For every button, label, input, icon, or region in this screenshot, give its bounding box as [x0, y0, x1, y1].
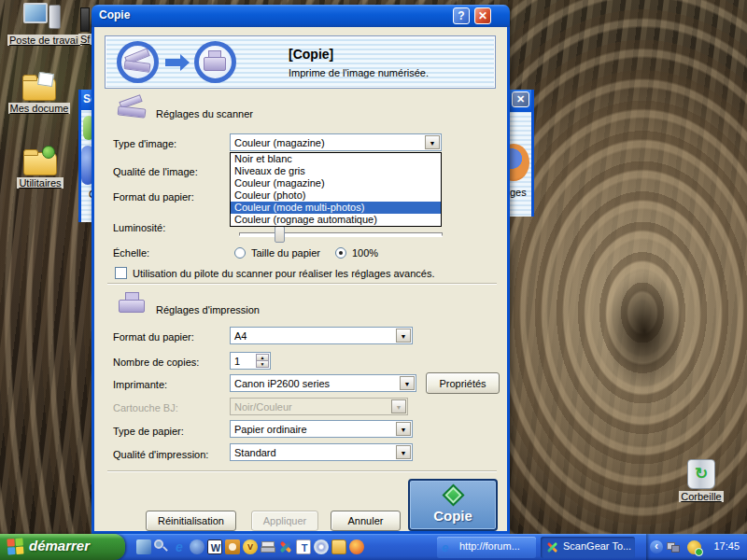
combo-arrow-icon[interactable]: ▼: [396, 445, 411, 459]
dropdown-option[interactable]: Couleur (magazine): [231, 177, 441, 189]
scan-paper-label: Format du papier:: [113, 191, 194, 203]
utilities-folder-icon: [23, 149, 57, 175]
cartridge-combo-disabled: Noir/Couleur ▼: [230, 398, 408, 415]
printer-icon: [117, 292, 148, 316]
paper-type-combo[interactable]: Papier ordinaire ▼: [230, 420, 413, 438]
quicklaunch-text-editor-icon[interactable]: T: [296, 539, 311, 554]
print-section-title: Réglages d'impression: [156, 304, 260, 315]
copies-label: Nombre de copies:: [113, 357, 199, 368]
scanner-icon: [117, 98, 148, 120]
reset-button[interactable]: Réinitialisation: [146, 511, 236, 531]
image-type-combo[interactable]: Couleur (magazine) ▼: [230, 133, 442, 151]
banner-title: [Copie]: [289, 47, 333, 62]
quicklaunch-internet-explorer-icon[interactable]: e: [172, 539, 187, 554]
print-paper-combo[interactable]: A4 ▼: [230, 327, 413, 344]
image-type-value: Couleur (magazine): [234, 137, 325, 148]
printer-circle-icon: [194, 41, 236, 83]
desktop-icon-label: Poste de travail: [7, 35, 82, 46]
quicklaunch-messenger-icon[interactable]: [190, 539, 204, 554]
header-banner: [Copie] Imprime de l'image numérisée.: [105, 35, 496, 89]
scale-100-radio[interactable]: [335, 247, 346, 259]
tray-chevron-icon[interactable]: ‹: [650, 540, 663, 553]
tray-update-icon[interactable]: [687, 540, 701, 554]
paper-type-label: Type de papier:: [113, 426, 184, 437]
dialog-titlebar[interactable]: Copie ? ✕: [92, 5, 510, 27]
scangear-titlebar[interactable]: ✕: [509, 90, 531, 112]
printer-combo[interactable]: Canon iP2600 series ▼: [230, 374, 416, 392]
quicklaunch-word-icon[interactable]: W: [207, 539, 222, 554]
copies-spinner[interactable]: 1 ▲ ▼: [230, 352, 271, 370]
quicklaunch-printer-icon[interactable]: [261, 539, 275, 554]
combo-arrow-icon[interactable]: ▼: [396, 422, 411, 436]
dropdown-option[interactable]: Couleur (photo): [231, 189, 441, 202]
copy-diamond-icon: [442, 483, 464, 506]
desktop-icon-label: Utilitaires: [17, 177, 63, 189]
quicklaunch-image-viewer-icon[interactable]: [225, 539, 240, 554]
close-button[interactable]: ✕: [474, 7, 491, 24]
dialog-body: [Copie] Imprime de l'image numérisée. Ré…: [92, 27, 510, 534]
recycle-bin-icon: ↻: [687, 459, 715, 489]
internet-explorer-icon: e: [442, 540, 456, 554]
print-paper-value: A4: [234, 330, 247, 342]
brightness-slider-groove: [239, 232, 443, 236]
image-quality-label: Qualité de l'image:: [113, 166, 198, 177]
quicklaunch-scangear-icon[interactable]: [278, 539, 293, 554]
scangear-window-right-edge: ✕ ges: [509, 90, 534, 217]
banner-subtitle: Imprime de l'image numérisée.: [289, 67, 429, 78]
section-divider: [107, 470, 497, 472]
cancel-button[interactable]: Annuler: [331, 511, 401, 531]
desktop-icon-label: Mes docume: [8, 103, 71, 114]
printer-value: Canon iP2600 series: [234, 378, 330, 389]
scangear-close-button[interactable]: ✕: [512, 91, 529, 107]
image-type-dropdown: Noir et blanc Niveaux de gris Couleur (m…: [230, 152, 442, 227]
desktop-icon-label: Corbeille: [679, 491, 723, 502]
quicklaunch-cd-icon[interactable]: [314, 539, 329, 554]
quicklaunch-notes-icon[interactable]: [136, 539, 151, 554]
quicklaunch-media-player-icon[interactable]: [349, 539, 364, 554]
combo-arrow-icon: ▼: [391, 399, 406, 413]
scangear-icon: [545, 540, 559, 554]
advanced-driver-checkbox[interactable]: [115, 267, 127, 279]
dropdown-option[interactable]: Niveaux de gris: [231, 165, 441, 177]
brightness-slider-thumb[interactable]: [275, 226, 285, 243]
taskbar-button-scangear[interactable]: ScanGear To...: [541, 537, 635, 558]
desktop-icon-my-documents[interactable]: Mes docume: [5, 75, 74, 114]
taskbar-clock[interactable]: 17:45: [713, 540, 740, 552]
documents-folder-icon: [22, 75, 56, 101]
dropdown-option[interactable]: Couleur (rognage automatique): [231, 214, 441, 226]
print-quality-combo[interactable]: Standard ▼: [230, 443, 413, 461]
image-type-label: Type d'image:: [113, 138, 176, 149]
quicklaunch-folder-icon[interactable]: [331, 539, 346, 554]
scangear-label-fragment: ges: [510, 187, 527, 198]
copy-dialog: Copie ? ✕ [Copie] Imprime de l'image num…: [92, 5, 510, 534]
spin-down-icon[interactable]: ▼: [256, 360, 269, 368]
section-divider: [107, 283, 497, 285]
print-quality-value: Standard: [234, 447, 276, 458]
combo-arrow-icon[interactable]: ▼: [396, 329, 411, 343]
combo-arrow-icon[interactable]: ▼: [425, 135, 440, 149]
dropdown-option-highlighted[interactable]: Couleur (mode multi-photos): [231, 202, 441, 214]
combo-arrow-icon[interactable]: ▼: [400, 376, 415, 390]
tray-network-icon[interactable]: [667, 540, 681, 553]
arrow-icon: [165, 59, 180, 66]
desktop-icon-partial[interactable]: Sf: [78, 7, 92, 45]
print-paper-label: Format du papier:: [113, 331, 194, 343]
cartridge-label: Cartouche BJ:: [113, 402, 178, 413]
scale-label: Échelle:: [113, 247, 149, 259]
quicklaunch-antivirus-icon[interactable]: V: [243, 539, 258, 554]
desktop-icon-recycle-bin[interactable]: ↻ Corbeille: [674, 459, 728, 502]
print-quality-label: Qualité d'impression:: [113, 449, 208, 460]
quicklaunch-search-icon[interactable]: [154, 539, 169, 554]
taskbar-button-browser[interactable]: e http://forum...: [437, 537, 536, 558]
properties-button[interactable]: Propriétés: [426, 372, 500, 394]
help-button[interactable]: ?: [453, 7, 470, 24]
copies-value: 1: [234, 356, 240, 367]
scale-paper-size-radio[interactable]: [234, 247, 246, 259]
copy-button[interactable]: Copie: [408, 479, 498, 531]
desktop-icon-my-computer[interactable]: Poste de travail: [7, 3, 77, 46]
start-button[interactable]: démarrer: [0, 534, 125, 560]
dropdown-option[interactable]: Noir et blanc: [231, 153, 441, 165]
desktop-icon-label: Sf: [78, 34, 92, 45]
desktop-icon-utilities[interactable]: Utilitaires: [7, 149, 73, 189]
taskbar: démarrer: [0, 534, 747, 560]
